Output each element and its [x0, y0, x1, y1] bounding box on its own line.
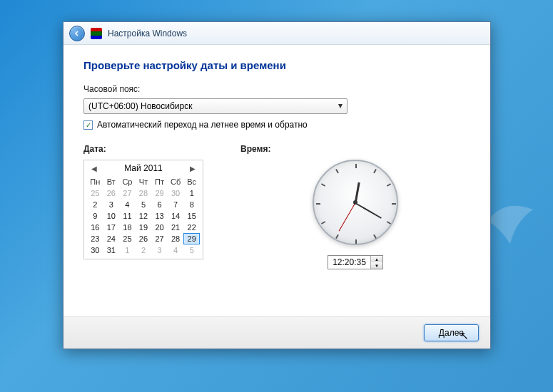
calendar-day[interactable]: 1: [119, 244, 136, 256]
calendar-day[interactable]: 29: [151, 187, 168, 199]
content-area: Проверьте настройку даты и времени Часов…: [64, 45, 490, 316]
time-spin-down[interactable]: ▼: [371, 262, 382, 269]
calendar-day[interactable]: 15: [183, 210, 200, 222]
next-button[interactable]: Далее: [424, 324, 479, 341]
setup-window: Настройка Windows Проверьте настройку да…: [63, 21, 491, 349]
window-title: Настройка Windows: [108, 29, 187, 38]
calendar-day[interactable]: 5: [183, 244, 200, 256]
calendar-day[interactable]: 26: [103, 187, 120, 199]
calendar-day[interactable]: 4: [119, 199, 136, 210]
time-spin-up[interactable]: ▲: [371, 256, 382, 262]
page-heading: Проверьте настройку даты и времени: [83, 59, 470, 71]
calendar-dow: Пн: [87, 176, 103, 187]
calendar-day[interactable]: 4: [168, 244, 184, 256]
date-section-label: Дата:: [83, 144, 205, 154]
calendar-day[interactable]: 25: [119, 233, 136, 244]
calendar-day[interactable]: 3: [103, 199, 120, 210]
calendar-day[interactable]: 2: [87, 199, 103, 210]
calendar-day[interactable]: 24: [103, 233, 120, 244]
calendar-day[interactable]: 5: [136, 199, 152, 210]
calendar-day[interactable]: 31: [103, 244, 120, 256]
calendar-day[interactable]: 22: [183, 222, 200, 233]
calendar-dow: Сб: [168, 176, 184, 187]
dst-checkbox[interactable]: ✓: [83, 120, 93, 130]
calendar-day[interactable]: 23: [87, 233, 103, 244]
calendar-day[interactable]: 25: [87, 187, 103, 199]
timezone-selected-value: (UTC+06:00) Новосибирск: [88, 101, 192, 111]
back-button[interactable]: [69, 26, 85, 41]
calendar-day[interactable]: 11: [119, 210, 136, 222]
windows-flag-icon: [91, 28, 102, 39]
calendar-day[interactable]: 29: [183, 233, 200, 244]
calendar-month-year[interactable]: Май 2011: [100, 163, 187, 173]
calendar-day[interactable]: 17: [103, 222, 120, 233]
calendar-day[interactable]: 21: [168, 222, 184, 233]
calendar: ◀ Май 2011 ▶ ПнВтСрЧтПтСбВс2526272829301…: [83, 160, 203, 259]
clock-minute-hand: [355, 202, 382, 219]
timezone-label: Часовой пояс:: [83, 84, 470, 94]
clock-center: [353, 200, 357, 205]
calendar-day[interactable]: 30: [87, 244, 103, 256]
calendar-day[interactable]: 8: [183, 199, 200, 210]
calendar-prev-button[interactable]: ◀: [88, 165, 100, 172]
titlebar: Настройка Windows: [64, 22, 490, 45]
analog-clock: [313, 160, 398, 245]
calendar-dow: Ср: [119, 176, 136, 187]
calendar-day[interactable]: 14: [168, 210, 184, 222]
back-arrow-icon: [73, 30, 81, 37]
calendar-day[interactable]: 27: [119, 187, 136, 199]
calendar-day[interactable]: 1: [183, 187, 200, 199]
time-value[interactable]: 12:20:35: [328, 256, 370, 269]
dst-row: ✓ Автоматический переход на летнее время…: [83, 120, 470, 130]
calendar-day[interactable]: 18: [119, 222, 136, 233]
calendar-day[interactable]: 13: [151, 210, 168, 222]
calendar-day[interactable]: 27: [151, 233, 168, 244]
calendar-day[interactable]: 28: [136, 187, 152, 199]
calendar-dow: Вс: [183, 176, 200, 187]
calendar-day[interactable]: 19: [136, 222, 152, 233]
calendar-day[interactable]: 3: [151, 244, 168, 256]
calendar-day[interactable]: 16: [87, 222, 103, 233]
calendar-day[interactable]: 10: [103, 210, 120, 222]
calendar-next-button[interactable]: ▶: [187, 165, 198, 172]
clock-second-hand: [339, 202, 356, 231]
footer: Далее ↖: [64, 316, 490, 349]
calendar-dow: Чт: [136, 176, 152, 187]
dst-label: Автоматический переход на летнее время и…: [97, 120, 308, 130]
calendar-day[interactable]: 28: [168, 233, 184, 244]
calendar-dow: Вт: [103, 176, 120, 187]
calendar-day[interactable]: 26: [136, 233, 152, 244]
calendar-day[interactable]: 12: [136, 210, 152, 222]
calendar-day[interactable]: 2: [136, 244, 152, 256]
timezone-select[interactable]: (UTC+06:00) Новосибирск: [83, 98, 347, 114]
time-spinner[interactable]: 12:20:35 ▲ ▼: [328, 255, 383, 269]
calendar-day[interactable]: 6: [151, 199, 168, 210]
time-section-label: Время:: [240, 144, 470, 154]
calendar-day[interactable]: 7: [168, 199, 184, 210]
calendar-day[interactable]: 30: [168, 187, 184, 199]
calendar-dow: Пт: [151, 176, 168, 187]
calendar-day[interactable]: 20: [151, 222, 168, 233]
calendar-day[interactable]: 9: [87, 210, 103, 222]
